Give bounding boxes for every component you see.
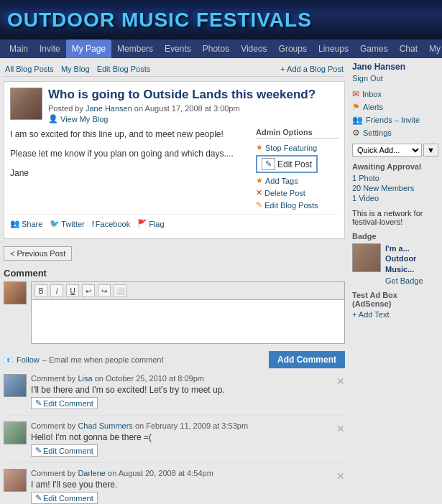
add-tags-link[interactable]: ★ Add Tags bbox=[256, 174, 339, 187]
delete-comment-button-0[interactable]: ✕ bbox=[336, 374, 345, 409]
quick-add-row: Quick Add... ▼ bbox=[352, 144, 438, 157]
pencil-icon: ✎ bbox=[35, 493, 42, 503]
commenter-avatar-darlene bbox=[4, 469, 27, 492]
avatar bbox=[10, 88, 42, 120]
nav-item-videos[interactable]: Videos bbox=[235, 39, 272, 58]
nav-item-groups[interactable]: Groups bbox=[273, 39, 313, 58]
nav-item-photos[interactable]: Photos bbox=[197, 39, 235, 58]
all-blog-posts-link[interactable]: All Blog Posts bbox=[5, 65, 54, 73]
badge-box: I'm a...OutdoorMusic... Get Badge bbox=[352, 243, 438, 285]
main-container: All Blog Posts My Blog Edit Blog Posts +… bbox=[0, 58, 442, 504]
badge-text: I'm a...OutdoorMusic... bbox=[385, 243, 423, 274]
sign-out-link[interactable]: Sign Out bbox=[352, 74, 383, 83]
twitter-icon: 🐦 bbox=[50, 219, 60, 228]
commenter-avatar-lisa bbox=[4, 374, 27, 397]
add-text-link[interactable]: + Add Text bbox=[352, 310, 389, 319]
blog-nav-bar: All Blog Posts My Blog Edit Blog Posts +… bbox=[4, 62, 345, 77]
x-icon: ✕ bbox=[256, 188, 262, 197]
sidebar-item-inbox[interactable]: ✉ Inbox bbox=[352, 88, 438, 101]
blog-content-row: I am so excited for this line up, and to… bbox=[10, 128, 339, 211]
nav-item-lineups[interactable]: Lineups bbox=[313, 39, 354, 58]
alert-icon: ⚑ bbox=[352, 102, 360, 112]
awaiting-title: Awaiting Approval bbox=[352, 162, 438, 171]
nav-item-invite[interactable]: Invite bbox=[34, 39, 66, 58]
sidebar: Jane Hansen Sign Out ✉ Inbox ⚑ Alerts 👥 … bbox=[349, 58, 442, 504]
admin-options-panel: Admin Options ★ Stop Featuring ✎ Edit Po… bbox=[256, 128, 339, 211]
my-blog-link[interactable]: My Blog bbox=[61, 65, 90, 73]
commenter-name-link[interactable]: Chad Summers bbox=[78, 421, 132, 430]
ad-title: Test Ad Box (AdSense) bbox=[352, 291, 438, 308]
nav-item-chat[interactable]: Chat bbox=[394, 39, 423, 58]
comment-body: Comment by Darlene on August 20, 2008 at… bbox=[31, 469, 332, 504]
ad-section: Test Ad Box (AdSense) + Add Text bbox=[352, 291, 438, 319]
comment-text: Hello! I'm not gonna be there =( bbox=[31, 432, 332, 442]
nav-item-events[interactable]: Events bbox=[159, 39, 197, 58]
flag-link[interactable]: 🚩 Flag bbox=[137, 219, 164, 228]
blog-paragraph-2: Please let me know if you plan on going … bbox=[10, 147, 250, 161]
stop-featuring-link[interactable]: ★ Stop Featuring bbox=[256, 141, 339, 154]
editor-toolbar: B i U ↩ ↪ ⬜ bbox=[32, 282, 344, 300]
author-link[interactable]: Jane Hansen bbox=[86, 104, 132, 113]
add-blog-post-link[interactable]: + Add a Blog Post bbox=[280, 65, 344, 73]
blog-post: Who is going to Outside Lands this weeke… bbox=[4, 81, 345, 239]
facebook-link[interactable]: f Facebook bbox=[92, 219, 130, 228]
edit-blog-posts-link-admin[interactable]: ✎ Edit Blog Posts bbox=[256, 199, 339, 211]
nav-item-mypage[interactable]: My Page bbox=[66, 39, 111, 58]
bold-button[interactable]: B bbox=[34, 284, 47, 297]
edit-post-button[interactable]: ✎ Edit Post bbox=[256, 155, 318, 173]
badge-avatar bbox=[352, 243, 381, 272]
comment-text: I am! I'll see you there. bbox=[31, 480, 332, 490]
delete-comment-button-1[interactable]: ✕ bbox=[336, 421, 345, 457]
prev-post-container: < Previous Post bbox=[4, 243, 345, 263]
follow-link[interactable]: Follow bbox=[17, 355, 40, 364]
post-date: on August 17, 2008 at 3:00pm bbox=[132, 104, 240, 113]
blog-paragraph-1: I am so excited for this line up, and to… bbox=[10, 128, 250, 141]
pencil2-icon: ✎ bbox=[256, 200, 262, 210]
mail-icon: ✉ bbox=[352, 89, 359, 99]
flag-icon: 🚩 bbox=[137, 219, 147, 228]
sidebar-item-settings[interactable]: ⚙ Settings bbox=[352, 126, 438, 139]
awaiting-item-members[interactable]: 20 New Members bbox=[352, 183, 438, 193]
main-nav: Main Invite My Page Members Events Photo… bbox=[0, 39, 442, 58]
quick-add-button[interactable]: ▼ bbox=[423, 144, 438, 157]
commenter-name-link[interactable]: Darlene bbox=[78, 469, 106, 477]
undo-button[interactable]: ↩ bbox=[82, 284, 95, 297]
star-icon: ★ bbox=[256, 143, 263, 152]
underline-button[interactable]: U bbox=[66, 284, 79, 297]
edit-comment-button-1[interactable]: ✎ Edit Comment bbox=[31, 444, 98, 457]
nav-item-members[interactable]: Members bbox=[111, 39, 159, 58]
share-link[interactable]: 👥 Share bbox=[10, 219, 42, 228]
image-button[interactable]: ⬜ bbox=[114, 284, 126, 297]
sidebar-item-friends[interactable]: 👥 Friends – Invite bbox=[352, 113, 438, 126]
twitter-link[interactable]: 🐦 Twitter bbox=[50, 219, 84, 228]
comment-actions: 📧 Follow – Email me when people comment … bbox=[4, 351, 345, 368]
delete-comment-button-2[interactable]: ✕ bbox=[336, 469, 345, 504]
commenter-avatar bbox=[4, 281, 27, 304]
edit-comment-button-0[interactable]: ✎ Edit Comment bbox=[31, 397, 98, 409]
view-my-blog-link[interactable]: 👤 View My Blog bbox=[48, 114, 316, 123]
content-area: All Blog Posts My Blog Edit Blog Posts +… bbox=[0, 58, 349, 504]
follow-text: – Email me when people comment bbox=[42, 355, 164, 364]
quick-add-select[interactable]: Quick Add... bbox=[352, 144, 422, 157]
edit-comment-button-2[interactable]: ✎ Edit Comment bbox=[31, 492, 98, 504]
awaiting-item-video[interactable]: 1 Video bbox=[352, 193, 438, 203]
comment-meta: Comment by Darlene on August 20, 2008 at… bbox=[31, 469, 332, 477]
italic-button[interactable]: i bbox=[50, 284, 63, 297]
comment-text-area[interactable] bbox=[32, 300, 344, 343]
edit-blog-posts-link[interactable]: Edit Blog Posts bbox=[97, 65, 151, 73]
comment-meta: Comment by Lisa on October 25, 2010 at 8… bbox=[31, 374, 332, 383]
nav-item-main[interactable]: Main bbox=[4, 39, 34, 58]
commenter-name-link[interactable]: Lisa bbox=[78, 374, 92, 383]
nav-item-games[interactable]: Games bbox=[354, 39, 394, 58]
sidebar-item-alerts[interactable]: ⚑ Alerts bbox=[352, 101, 438, 113]
get-badge-link[interactable]: Get Badge bbox=[385, 276, 423, 285]
follow-email-row: 📧 Follow – Email me when people comment bbox=[4, 355, 164, 365]
add-comment-button[interactable]: Add Comment bbox=[269, 351, 345, 368]
delete-post-link[interactable]: ✕ Delete Post bbox=[256, 187, 339, 199]
nav-item-mynetwork[interactable]: My Network bbox=[423, 39, 442, 58]
redo-button[interactable]: ↪ bbox=[98, 284, 111, 297]
awaiting-item-photo[interactable]: 1 Photo bbox=[352, 173, 438, 183]
sidebar-username: Jane Hansen bbox=[352, 62, 438, 72]
admin-options-title: Admin Options bbox=[256, 128, 339, 139]
prev-post-button[interactable]: < Previous Post bbox=[4, 246, 72, 261]
